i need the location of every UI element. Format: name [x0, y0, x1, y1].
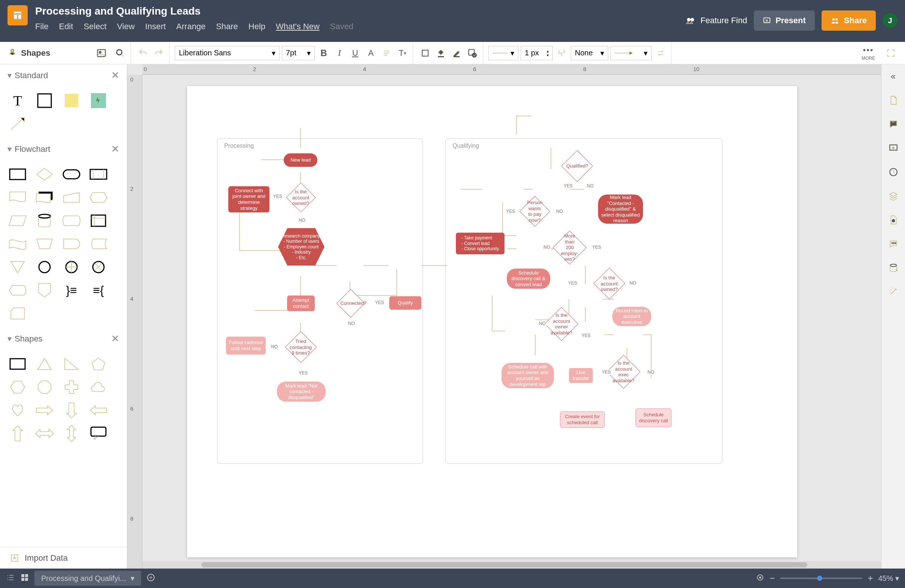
theme-icon[interactable] — [887, 213, 900, 227]
node-create-event[interactable]: Create event for scheduled call — [560, 412, 605, 428]
sidebar-section-standard[interactable]: ▾Standard ✕ — [8, 70, 119, 81]
shapes-toggle[interactable]: Shapes — [8, 48, 50, 58]
page-tab[interactable]: Processing and Qualifyi...▾ — [35, 571, 141, 586]
menu-help[interactable]: Help — [249, 22, 265, 32]
horizontal-scrollbar[interactable] — [142, 561, 881, 569]
fc-process[interactable] — [8, 166, 28, 182]
chat-icon[interactable] — [887, 237, 900, 250]
list-view-icon[interactable] — [6, 573, 15, 583]
fc-data[interactable] — [8, 212, 28, 229]
sh-octagon[interactable] — [35, 379, 55, 395]
sh-heart[interactable] — [8, 402, 28, 418]
fc-card[interactable] — [8, 305, 28, 322]
menu-view[interactable]: View — [117, 22, 135, 32]
import-data-button[interactable]: Import Data — [0, 547, 127, 569]
fc-decision[interactable] — [35, 166, 55, 182]
node-sched-disc2[interactable]: Schedule discovery call — [635, 409, 672, 427]
fc-manualinput[interactable] — [61, 189, 82, 206]
sh-lrarrow[interactable] — [35, 425, 55, 442]
fill-shape-button[interactable] — [418, 46, 432, 60]
italic-button[interactable]: I — [333, 46, 346, 60]
share-button[interactable]: Share — [822, 11, 876, 31]
fc-bracestart[interactable]: ≡{ — [88, 282, 108, 298]
app-logo[interactable] — [8, 5, 28, 25]
feature-find-button[interactable]: Feature Find — [685, 15, 747, 26]
fc-internalstorage[interactable] — [88, 212, 108, 229]
arrow-start-select[interactable]: None▾ — [571, 46, 608, 60]
fill-color-button[interactable] — [434, 46, 448, 60]
fc-directdata[interactable] — [61, 212, 82, 229]
node-research[interactable]: Research company: - Number of users - Em… — [278, 228, 324, 266]
node-attempt[interactable]: Attempt contact — [287, 295, 315, 311]
more-button[interactable]: ••• MORE — [862, 45, 875, 61]
sh-pentagon[interactable] — [88, 356, 108, 372]
menu-edit[interactable]: Edit — [59, 22, 73, 32]
line-style-select[interactable]: ▾ — [488, 46, 518, 60]
close-icon[interactable]: ✕ — [111, 143, 119, 155]
sh-hexagon[interactable] — [8, 379, 28, 395]
text-color-button[interactable]: A — [364, 46, 378, 60]
present-button[interactable]: Present — [754, 11, 815, 31]
fc-merge[interactable] — [8, 259, 28, 275]
node-live-transfer[interactable]: Live transfer — [569, 368, 593, 383]
fontsize-select[interactable]: 7pt▾ — [282, 46, 315, 60]
page[interactable]: Processing Qualifying New lead Is the ac… — [187, 86, 797, 557]
sh-triangle[interactable] — [35, 356, 55, 372]
sh-cross[interactable] — [61, 379, 82, 395]
node-not-contacted[interactable]: Mark lead "Not contacted - disqualified" — [277, 382, 325, 402]
zoom-out-button[interactable]: − — [770, 573, 775, 583]
border-color-button[interactable] — [450, 46, 464, 60]
arrow-end-select[interactable]: ▾ — [610, 46, 652, 60]
font-select[interactable]: Liberation Sans▾ — [175, 46, 279, 60]
node-connect-owner[interactable]: Connect with joint owner and determine s… — [228, 186, 270, 212]
search-icon[interactable] — [113, 46, 127, 60]
zoom-level[interactable]: 45% ▾ — [878, 574, 899, 583]
sh-rarrow[interactable] — [35, 402, 55, 418]
fc-multidoc[interactable] — [35, 189, 55, 206]
shape-style-button[interactable] — [465, 46, 479, 60]
user-avatar[interactable]: J — [883, 13, 897, 28]
fc-delay[interactable] — [61, 236, 82, 252]
add-page-button[interactable] — [146, 573, 155, 583]
menu-insert[interactable]: Insert — [145, 22, 166, 32]
sh-rect[interactable] — [8, 356, 28, 372]
sh-callout[interactable] — [88, 425, 108, 442]
fc-papertape[interactable] — [8, 236, 28, 252]
magic-icon[interactable] — [887, 285, 900, 298]
note-shape[interactable] — [61, 92, 82, 109]
grid-view-icon[interactable] — [20, 573, 29, 583]
sh-larrow[interactable] — [88, 402, 108, 418]
layers-icon[interactable] — [887, 189, 900, 203]
line-routing-button[interactable] — [555, 46, 568, 60]
node-sched-disc[interactable]: Schedule discovery call & convert lead — [507, 269, 550, 289]
sh-darrow[interactable] — [61, 402, 82, 418]
fc-predef[interactable] — [88, 166, 108, 182]
align-button[interactable] — [380, 46, 393, 60]
menu-arrange[interactable]: Arrange — [176, 22, 205, 32]
zoom-in-button[interactable]: + — [868, 573, 873, 583]
fc-manualop[interactable] — [35, 236, 55, 252]
close-icon[interactable]: ✕ — [111, 333, 119, 344]
close-icon[interactable]: ✕ — [111, 70, 119, 81]
sh-uarrow[interactable] — [8, 425, 28, 442]
text-options-button[interactable]: T▾ — [395, 46, 409, 60]
menu-whatsnew[interactable]: What's New — [276, 22, 320, 32]
fc-or[interactable] — [61, 259, 82, 275]
node-take-payment[interactable]: - Take payment - Convert lead - Close op… — [456, 233, 505, 254]
fc-display[interactable] — [8, 282, 28, 298]
fc-connector[interactable] — [35, 259, 55, 275]
fullscreen-button[interactable] — [884, 46, 897, 60]
sh-udarrow[interactable] — [61, 425, 82, 442]
arrow-shape[interactable] — [8, 116, 28, 132]
node-sched-owner[interactable]: Schedule call with account owner and you… — [502, 363, 554, 388]
block-shape[interactable] — [35, 92, 55, 109]
image-icon[interactable] — [95, 46, 108, 60]
menu-file[interactable]: File — [35, 22, 48, 32]
bold-button[interactable]: B — [317, 46, 330, 60]
menu-select[interactable]: Select — [83, 22, 106, 32]
fc-terminator[interactable] — [61, 166, 82, 182]
swap-arrows-button[interactable] — [654, 46, 667, 60]
document-title[interactable]: Processing and Qualifying Leads — [35, 5, 685, 17]
fc-preparation[interactable] — [88, 189, 108, 206]
text-shape[interactable]: T — [8, 92, 28, 109]
